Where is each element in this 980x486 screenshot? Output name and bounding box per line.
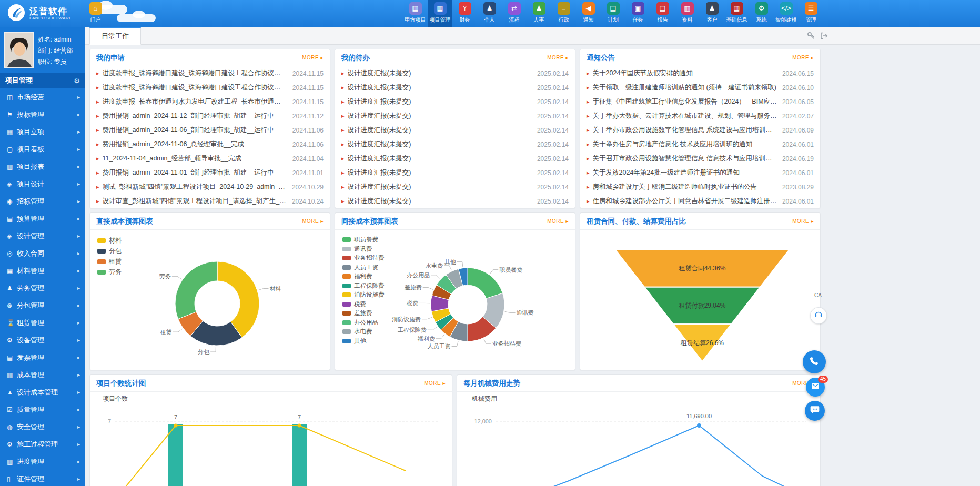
list-item[interactable]: ▸设计进度汇报(未提交)2025.02.14 <box>335 109 575 123</box>
list-item[interactable]: ▸进度款申报_珠海鹤港口建设_珠海鹤港口建设工程合作协议书_admin_...2… <box>90 80 330 95</box>
more-link[interactable]: MORE ▸ <box>792 55 814 60</box>
legend-item[interactable]: 分包 <box>97 246 122 256</box>
list-item[interactable]: ▸11_2024-11-04_admin_经营部_领导审批__完成2024.11… <box>90 151 330 166</box>
nav-item-13[interactable]: ▦基础信息 <box>724 0 749 27</box>
list-item[interactable]: ▸进度款申报_长春市伊通河水力发电厂改建工程_长春市伊通河水力发电...2024… <box>90 95 330 109</box>
legend-item[interactable]: 其他 <box>342 337 385 346</box>
nav-item-8[interactable]: ▤计划 <box>601 0 625 27</box>
chat-button[interactable] <box>805 401 825 421</box>
legend-item[interactable]: 租赁 <box>97 256 122 267</box>
nav-item-11[interactable]: ▥资料 <box>675 0 700 27</box>
list-item[interactable]: ▸设计进度汇报(未提交)2025.02.14 <box>335 194 575 208</box>
list-item[interactable]: ▸关于举办大数据、云计算技术在城市建设、规划、管理与服务中的应用培训班...20… <box>580 109 820 123</box>
sidebar-item-14[interactable]: ⚙设备管理▸ <box>0 331 85 349</box>
nav-item-1[interactable]: ▦项目管理 <box>428 0 452 27</box>
list-item[interactable]: ▸关于举办市政公用设施数字化管理信息 系统建设与应用培训班的通知2024.06.… <box>580 123 820 137</box>
list-item[interactable]: ▸进度款申报_珠海鹤港口建设_珠海鹤港口建设工程合作协议书_admin_...2… <box>90 66 330 80</box>
legend-item[interactable]: 办公用品 <box>342 318 385 328</box>
list-item[interactable]: ▸设计进度汇报(未提交)2025.02.14 <box>335 66 575 80</box>
list-item[interactable]: ▸关于2024年国庆节放假安排的通知2024.06.15 <box>580 66 820 80</box>
nav-item-5[interactable]: ♟人事 <box>527 0 551 27</box>
list-item[interactable]: ▸费用报销_admin_2024-11-06_部门经理审批_胡建__运行中202… <box>90 123 330 137</box>
sidebar-item-20[interactable]: ⚙施工过程管理▸ <box>0 436 85 453</box>
list-item[interactable]: ▸房和城乡建设厅关于取消二级建造师临时执业证书的公告2023.08.29 <box>580 180 820 194</box>
legend-item[interactable]: 材料 <box>97 235 122 246</box>
list-item[interactable]: ▸测试_彭祖新城"四馆"景观工程设计项目_2024-10-29_admin_结束… <box>90 180 330 194</box>
sidebar-item-15[interactable]: ▤发票管理▸ <box>0 349 85 366</box>
legend-item[interactable]: 差旅费 <box>342 309 385 318</box>
list-item[interactable]: ▸关于领取一级注册建造师培训贴的通知 (须持一建证书前来领取)2024.06.1… <box>580 80 820 95</box>
sidebar-item-6[interactable]: ◉招标管理▸ <box>0 193 85 210</box>
tab-daily-work[interactable]: 日常工作 <box>89 27 141 45</box>
list-item[interactable]: ▸设计进度汇报(未提交)2025.02.14 <box>335 123 575 137</box>
sidebar-item-13[interactable]: ⌛租赁管理▸ <box>0 314 85 331</box>
nav-item-16[interactable]: ☰管理 <box>799 0 823 27</box>
nav-item-9[interactable]: ▣任务 <box>625 0 650 27</box>
list-item[interactable]: ▸于征集《中国建筑施工行业信息化发展报告（2024）—BIM应用与发展》材料..… <box>580 95 820 109</box>
nav-item-12[interactable]: ♟客户 <box>700 0 724 27</box>
list-item[interactable]: ▸关于发放2024年第24批一级建造师注册证书的通知2024.06.01 <box>580 166 820 180</box>
more-link[interactable]: MORE ▸ <box>547 55 569 60</box>
more-link[interactable]: MORE ▸ <box>547 218 569 224</box>
sidebar-item-2[interactable]: ▦项目立项▸ <box>0 123 85 140</box>
nav-item-15[interactable]: </>智能建模 <box>774 0 799 27</box>
legend-item[interactable]: 工程保险费 <box>342 281 385 291</box>
list-item[interactable]: ▸费用报销_admin_2024-11-01_部门经理审批_胡建__运行中202… <box>90 166 330 180</box>
sidebar-item-9[interactable]: ◎收入合同▸ <box>0 245 85 262</box>
sidebar-item-7[interactable]: ▤预算管理▸ <box>0 210 85 227</box>
key-icon[interactable] <box>807 32 815 40</box>
list-item[interactable]: ▸设计进度汇报(未提交)2025.02.14 <box>335 137 575 151</box>
list-item[interactable]: ▸设计进度汇报(未提交)2025.02.14 <box>335 151 575 166</box>
legend-item[interactable]: 人员工资 <box>342 263 385 272</box>
nav-item-2[interactable]: ¥财务 <box>452 0 477 27</box>
legend-item[interactable]: 职员餐费 <box>342 235 385 245</box>
more-link[interactable]: MORE ▸ <box>424 380 446 386</box>
more-link[interactable]: MORE ▸ <box>792 218 814 224</box>
legend-item[interactable]: 业务招待费 <box>342 254 385 263</box>
more-link[interactable]: MORE ▸ <box>302 55 324 60</box>
nav-item-14[interactable]: ⚙系统 <box>749 0 774 27</box>
nav-item-7[interactable]: ◀通知 <box>576 0 601 27</box>
legend-item[interactable]: 通讯费 <box>342 245 385 254</box>
sidebar-item-4[interactable]: ▥项目报表▸ <box>0 158 85 175</box>
sidebar-item-3[interactable]: ▢项目看板▸ <box>0 140 85 158</box>
exit-icon[interactable] <box>820 32 828 40</box>
list-item[interactable]: ▸设计审查_彭祖新城"四馆"景观工程设计项目_请选择_胡产生_2024-10-2… <box>90 194 330 208</box>
list-item[interactable]: ▸住房和城乡建设部办公厅关于同意吉林省开展二级建造师注册证书电子化试点...20… <box>580 194 820 208</box>
list-item[interactable]: ▸关于召开市政公用设施智慧化管理信息 信息技术与应用培训班的通知2024.06.… <box>580 151 820 166</box>
gear-icon[interactable]: ⚙ <box>74 77 80 85</box>
nav-item-6[interactable]: ≡行政 <box>551 0 576 27</box>
sidebar-item-5[interactable]: ◈项目设计▸ <box>0 175 85 193</box>
legend-item[interactable]: 劳务 <box>97 267 122 277</box>
nav-item-3[interactable]: ♟个人 <box>477 0 502 27</box>
nav-item-0[interactable]: ▦甲方项目 <box>403 0 428 27</box>
more-link[interactable]: MORE ▸ <box>302 218 324 224</box>
sidebar-item-16[interactable]: ▥成本管理▸ <box>0 366 85 383</box>
list-item[interactable]: ▸设计进度汇报(未提交)2025.02.14 <box>335 95 575 109</box>
nav-item-10[interactable]: ▤报告 <box>650 0 675 27</box>
sidebar-item-8[interactable]: ◈设计管理▸ <box>0 227 85 245</box>
legend-item[interactable]: 消防设施费 <box>342 290 385 300</box>
legend-item[interactable]: 税费 <box>342 300 385 309</box>
phone-button[interactable] <box>803 350 826 373</box>
sidebar-item-19[interactable]: ◍安全管理▸ <box>0 418 85 436</box>
sidebar-item-11[interactable]: ♟劳务管理▸ <box>0 279 85 297</box>
sidebar-item-21[interactable]: ▥进度管理▸ <box>0 453 85 470</box>
list-item[interactable]: ▸设计进度汇报(未提交)2025.02.14 <box>335 180 575 194</box>
sidebar-item-10[interactable]: ▦材料管理▸ <box>0 262 85 279</box>
list-item[interactable]: ▸费用报销_admin_2024-11-06_总经理审批__完成2024.11.… <box>90 137 330 151</box>
list-item[interactable]: ▸关于举办住房与房地产信息化 技术及应用培训班的通知2024.06.01 <box>580 137 820 151</box>
list-item[interactable]: ▸费用报销_admin_2024-11-12_部门经理审批_胡建__运行中202… <box>90 109 330 123</box>
sidebar-item-1[interactable]: ⚑投标管理▸ <box>0 106 85 123</box>
sidebar-item-17[interactable]: ▲设计成本管理▸ <box>0 383 85 401</box>
message-button[interactable]: 45 <box>806 378 825 397</box>
list-item[interactable]: ▸设计进度汇报(未提交)2025.02.14 <box>335 80 575 95</box>
nav-item-home[interactable]: ⌂门户 <box>83 0 108 27</box>
sidebar-item-12[interactable]: ⊗分包管理▸ <box>0 297 85 314</box>
sidebar-item-18[interactable]: ☑质量管理▸ <box>0 401 85 418</box>
list-item[interactable]: ▸设计进度汇报(未提交)2025.02.14 <box>335 166 575 180</box>
nav-item-4[interactable]: ⇄流程 <box>502 0 527 27</box>
sidebar-item-22[interactable]: ▯证件管理▸ <box>0 470 85 486</box>
legend-item[interactable]: 福利费 <box>342 272 385 281</box>
sidebar-item-0[interactable]: ◫市场经营▸ <box>0 88 85 106</box>
